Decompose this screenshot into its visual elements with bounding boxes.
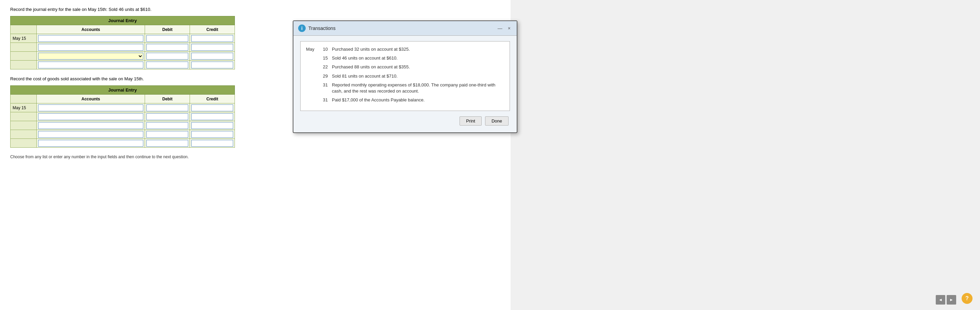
date-cell-2-1: May 15 (11, 103, 37, 112)
account-cell-2-3 (37, 121, 145, 130)
credit-input-1-3[interactable] (191, 53, 233, 60)
account-input-1-2[interactable] (38, 44, 144, 51)
transactions-box: May10Purchased 32 units on account at $3… (300, 41, 510, 111)
debit-input-2-2[interactable] (146, 113, 188, 120)
account-cell-1-1 (37, 34, 145, 43)
account-input-2-1[interactable] (38, 105, 144, 111)
account-select-1-3[interactable] (38, 53, 144, 60)
nav-forward-button[interactable]: ► (947, 295, 956, 305)
transaction-desc: Purchased 32 units on account at $325. (332, 46, 504, 52)
debit-cell-2-2 (145, 112, 190, 121)
credit-input-2-1[interactable] (191, 105, 233, 111)
account-input-2-5[interactable] (38, 140, 144, 147)
credit-cell-2-1 (190, 103, 235, 112)
table-row: May 15 (11, 103, 235, 112)
transaction-row: 29Sold 81 units on account at $710. (306, 73, 504, 79)
debit-cell-1-1 (145, 34, 190, 43)
dialog-controls: — × (496, 25, 512, 32)
credit-cell-2-3 (190, 121, 235, 130)
dialog-footer: Print Done (300, 116, 510, 127)
table2-col-date (11, 95, 37, 103)
transaction-desc: Sold 81 units on account at $710. (332, 73, 504, 79)
debit-cell-2-1 (145, 103, 190, 112)
debit-cell-2-4 (145, 130, 190, 139)
account-cell-2-4 (37, 130, 145, 139)
dialog-header-left: i Transactions (298, 24, 336, 32)
dialog-body: May10Purchased 32 units on account at $3… (293, 36, 517, 132)
debit-input-2-5[interactable] (146, 140, 188, 147)
table1-title: Journal Entry (11, 16, 235, 25)
credit-input-1-4[interactable] (191, 62, 233, 68)
credit-cell-2-5 (190, 139, 235, 148)
transaction-desc: Sold 46 units on account at $610. (332, 55, 504, 61)
done-button[interactable]: Done (485, 116, 509, 126)
table-row: May 15 (11, 34, 235, 43)
table2-col-accounts: Accounts (37, 95, 145, 103)
table1-col-accounts: Accounts (37, 25, 145, 34)
credit-input-2-3[interactable] (191, 122, 233, 129)
transaction-desc: Reported monthly operating expenses of $… (332, 82, 504, 94)
debit-input-2-4[interactable] (146, 131, 188, 138)
date-cell-1: May 15 (11, 34, 37, 43)
credit-cell-1-2 (190, 43, 235, 52)
date-cell-2-4 (11, 130, 37, 139)
debit-input-1-4[interactable] (146, 62, 188, 68)
credit-cell-1-1 (190, 34, 235, 43)
transaction-row: 15Sold 46 units on account at $610. (306, 55, 504, 61)
dialog-close-button[interactable]: × (506, 25, 512, 32)
account-cell-1-3 (37, 52, 145, 60)
dialog-header: i Transactions — × (293, 21, 517, 36)
account-cell-1-4 (37, 60, 145, 70)
debit-input-1-2[interactable] (146, 44, 188, 51)
table-row (11, 121, 235, 130)
debit-input-2-3[interactable] (146, 122, 188, 129)
credit-input-2-5[interactable] (191, 140, 233, 147)
info-icon: i (298, 24, 305, 32)
dialog-minimize-button[interactable]: — (496, 25, 504, 32)
table-row (11, 43, 235, 52)
transaction-row: 31Paid $17,000 of the Accounts Payable b… (306, 97, 504, 103)
credit-input-2-4[interactable] (191, 131, 233, 138)
table1-col-credit: Credit (190, 25, 235, 34)
table1-col-date (11, 25, 37, 34)
transaction-day: 31 (318, 97, 328, 103)
table-row (11, 60, 235, 70)
table2-col-credit: Credit (190, 95, 235, 103)
account-input-1-1[interactable] (38, 35, 144, 42)
debit-input-1-3[interactable] (146, 53, 188, 60)
account-cell-2-2 (37, 112, 145, 121)
print-button[interactable]: Print (460, 116, 482, 126)
journal-table-2: Journal Entry Accounts Debit Credit May … (10, 86, 235, 148)
account-input-2-3[interactable] (38, 122, 144, 129)
transaction-day: 15 (318, 55, 328, 61)
transaction-month: May (306, 46, 318, 52)
transaction-row: May10Purchased 32 units on account at $3… (306, 46, 504, 52)
instruction-1: Record the journal entry for the sale on… (10, 7, 500, 12)
debit-cell-1-3 (145, 52, 190, 60)
debit-input-1-1[interactable] (146, 35, 188, 42)
help-button[interactable]: ? (962, 293, 972, 304)
account-cell-2-5 (37, 139, 145, 148)
transaction-desc: Paid $17,000 of the Accounts Payable bal… (332, 97, 504, 103)
table2-col-debit: Debit (145, 95, 190, 103)
date-cell-1-2 (11, 43, 37, 52)
date-cell-2-5 (11, 139, 37, 148)
account-input-2-2[interactable] (38, 113, 144, 120)
debit-cell-2-3 (145, 121, 190, 130)
credit-input-1-2[interactable] (191, 44, 233, 51)
credit-input-2-2[interactable] (191, 113, 233, 120)
nav-back-button[interactable]: ◄ (936, 295, 945, 305)
table1-col-debit: Debit (145, 25, 190, 34)
transaction-row: 31Reported monthly operating expenses of… (306, 82, 504, 94)
account-input-2-4[interactable] (38, 131, 144, 138)
credit-input-1-1[interactable] (191, 35, 233, 42)
debit-input-2-1[interactable] (146, 105, 188, 111)
journal-table-1: Journal Entry Accounts Debit Credit May … (10, 16, 235, 70)
credit-cell-1-4 (190, 60, 235, 70)
date-cell-2-3 (11, 121, 37, 130)
bottom-instruction: Choose from any list or enter any number… (10, 154, 500, 159)
account-input-1-4[interactable] (38, 62, 144, 68)
credit-cell-2-4 (190, 130, 235, 139)
dialog-title: Transactions (309, 25, 336, 31)
transaction-month (306, 97, 318, 103)
